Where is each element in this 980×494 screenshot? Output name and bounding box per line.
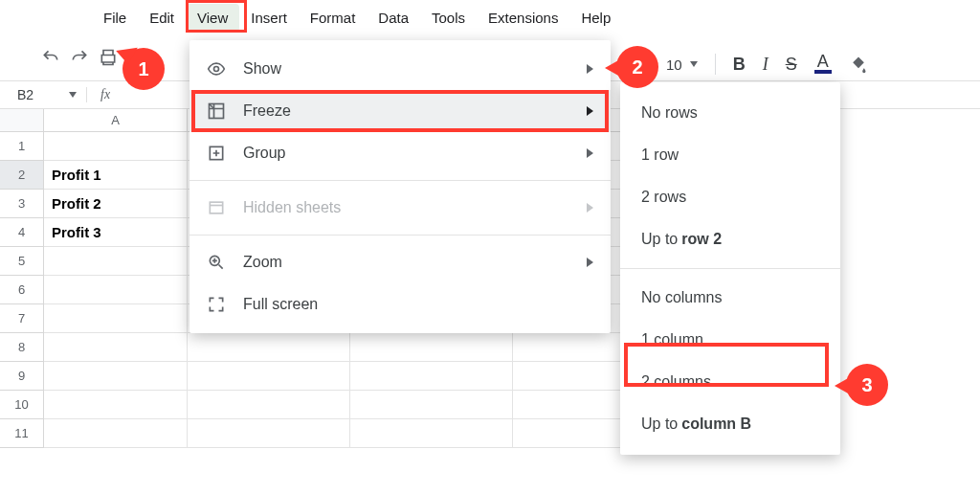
cell[interactable] (188, 362, 350, 391)
bold-button[interactable]: B (733, 55, 746, 75)
fx-icon: fx (86, 87, 123, 102)
freeze-no-columns[interactable]: No columns (620, 277, 840, 319)
row-header[interactable]: 5 (0, 247, 44, 276)
menu-insert[interactable]: Insert (239, 4, 299, 32)
menuitem-full-screen[interactable]: Full screen (189, 283, 611, 326)
menuitem-group[interactable]: Group (189, 132, 611, 174)
menu-file[interactable]: File (92, 4, 138, 32)
separator (715, 54, 716, 75)
row-header[interactable]: 1 (0, 132, 44, 161)
cell[interactable] (44, 276, 188, 304)
freeze-up-to-column[interactable]: Up to column B (620, 403, 840, 445)
cell[interactable] (44, 419, 188, 448)
submenu-arrow-icon (587, 148, 593, 158)
svg-point-0 (214, 67, 219, 72)
menuitem-show[interactable]: Show (189, 48, 611, 90)
select-all-corner[interactable] (0, 109, 44, 132)
row-header[interactable]: 9 (0, 362, 44, 391)
name-box[interactable]: B2 (0, 87, 86, 102)
cell[interactable] (44, 362, 188, 391)
label-prefix: Up to (641, 231, 678, 248)
italic-button[interactable]: I (763, 55, 768, 75)
row-header[interactable]: 10 (0, 391, 44, 419)
text-color-button[interactable]: A (814, 55, 832, 74)
row-header[interactable]: 4 (0, 218, 44, 247)
menuitem-hidden-sheets: Hidden sheets (189, 187, 611, 229)
menu-separator (189, 235, 611, 236)
cell[interactable] (44, 391, 188, 419)
cell[interactable] (350, 333, 513, 362)
freeze-icon (207, 101, 226, 121)
freeze-1-column[interactable]: 1 column (620, 319, 840, 361)
submenu-arrow-icon (587, 258, 593, 267)
submenu-arrow-icon (587, 203, 593, 213)
menu-help[interactable]: Help (569, 4, 622, 32)
freeze-no-rows[interactable]: No rows (620, 92, 840, 134)
cell[interactable]: Profit 3 (44, 218, 188, 247)
svg-rect-3 (210, 202, 222, 213)
freeze-1-row[interactable]: 1 row (620, 134, 840, 176)
row-header[interactable]: 6 (0, 276, 44, 304)
print-icon[interactable] (98, 47, 119, 68)
freeze-2-rows[interactable]: 2 rows (620, 176, 840, 218)
row-header[interactable]: 11 (0, 419, 44, 448)
font-size-value: 10 (666, 56, 682, 73)
redo-icon[interactable] (69, 47, 90, 68)
menuitem-zoom[interactable]: Zoom (189, 241, 611, 283)
menuitem-label: Freeze (243, 102, 291, 120)
menuitem-freeze[interactable]: Freeze (189, 90, 611, 132)
menu-separator (620, 268, 840, 269)
fill-color-button[interactable] (849, 55, 868, 74)
menuitem-label: Full screen (243, 296, 318, 313)
freeze-submenu: No rows 1 row 2 rows Up to row 2 No colu… (620, 82, 840, 455)
row-header[interactable]: 8 (0, 333, 44, 362)
submenu-arrow-icon (587, 64, 593, 74)
menu-extensions[interactable]: Extensions (477, 4, 569, 32)
cell[interactable] (350, 362, 513, 391)
paint-format-icon[interactable] (126, 47, 147, 68)
label-prefix: Up to (641, 415, 678, 433)
menuitem-label: Show (243, 60, 281, 78)
cell[interactable] (44, 304, 188, 333)
font-size-selector[interactable]: 10 (666, 56, 698, 73)
toolbar-right: 10 B I S A (666, 54, 868, 75)
cell[interactable] (44, 247, 188, 276)
cell[interactable]: Profit 1 (44, 161, 188, 190)
cell[interactable] (188, 419, 350, 448)
cell[interactable] (350, 419, 513, 448)
label-bold: row 2 (681, 231, 722, 248)
row-header[interactable]: 7 (0, 304, 44, 333)
menuitem-label: Hidden sheets (243, 199, 341, 216)
fullscreen-icon (207, 295, 226, 314)
group-icon (207, 144, 226, 163)
menu-format[interactable]: Format (299, 4, 368, 32)
menuitem-label: Group (243, 145, 285, 162)
freeze-2-columns[interactable]: 2 columns (620, 361, 840, 403)
col-header-a[interactable]: A (44, 109, 188, 132)
cell[interactable] (188, 391, 350, 419)
row-header[interactable]: 3 (0, 190, 44, 218)
cell[interactable]: Profit 2 (44, 190, 188, 218)
row-header[interactable]: 2 (0, 161, 44, 190)
hidden-sheets-icon (207, 198, 226, 217)
undo-icon[interactable] (40, 47, 61, 68)
menuitem-label: Zoom (243, 254, 282, 271)
menu-tools[interactable]: Tools (420, 4, 477, 32)
menu-view[interactable]: View (186, 4, 239, 32)
zoom-icon (207, 253, 226, 272)
name-box-value: B2 (17, 87, 33, 102)
freeze-up-to-row[interactable]: Up to row 2 (620, 218, 840, 260)
cell[interactable] (44, 132, 188, 161)
view-dropdown: Show Freeze Group Hidden sheets Zoom (189, 40, 611, 333)
strikethrough-button[interactable]: S (786, 55, 797, 75)
cell[interactable] (350, 391, 513, 419)
label-bold: column B (681, 415, 751, 433)
submenu-arrow-icon (587, 106, 593, 116)
menu-bar: File Edit View Insert Format Data Tools … (0, 0, 980, 34)
menu-edit[interactable]: Edit (138, 4, 186, 32)
chevron-down-icon (69, 92, 77, 98)
cell[interactable] (44, 333, 188, 362)
menu-separator (189, 180, 611, 181)
menu-data[interactable]: Data (367, 4, 420, 32)
cell[interactable] (188, 333, 350, 362)
